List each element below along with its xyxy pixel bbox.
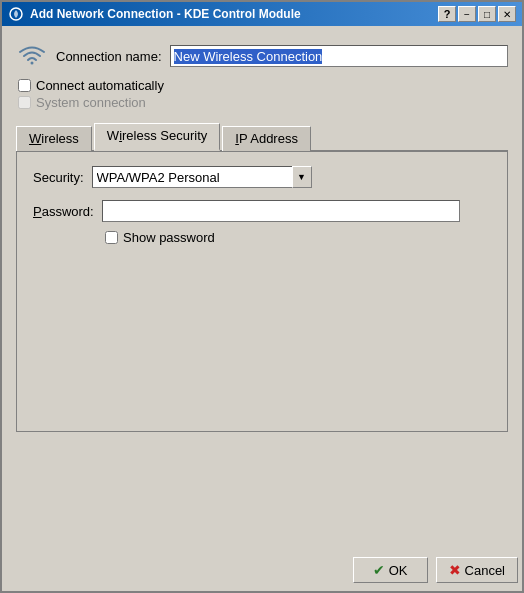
- maximize-button[interactable]: □: [478, 6, 496, 22]
- tab-wireless-security[interactable]: Wireless Security: [94, 123, 220, 151]
- tabs-row: Wireless Wireless Security IP Address: [16, 122, 508, 152]
- wifi-svg: [18, 45, 46, 67]
- ok-label: OK: [389, 563, 408, 578]
- tab-ip-address[interactable]: IP Address: [222, 126, 311, 151]
- connection-name-label: Connection name:: [56, 49, 162, 64]
- system-connection-label: System connection: [36, 95, 146, 110]
- ok-button[interactable]: ✔ OK: [353, 557, 428, 583]
- cancel-button[interactable]: ✖ Cancel: [436, 557, 518, 583]
- main-window: Add Network Connection - KDE Control Mod…: [0, 0, 524, 593]
- titlebar-left: Add Network Connection - KDE Control Mod…: [8, 6, 301, 22]
- show-password-row: Show password: [105, 230, 491, 245]
- help-button[interactable]: ?: [438, 6, 456, 22]
- show-password-checkbox[interactable]: [105, 231, 118, 244]
- connect-auto-checkbox[interactable]: [18, 79, 31, 92]
- tab-wireless[interactable]: Wireless: [16, 126, 92, 151]
- cancel-icon: ✖: [449, 562, 461, 578]
- password-input[interactable]: [102, 200, 460, 222]
- tab-wireless-label: Wireless: [29, 131, 79, 146]
- button-row: ✔ OK ✖ Cancel: [2, 549, 522, 591]
- cancel-label: Cancel: [465, 563, 505, 578]
- ok-icon: ✔: [373, 562, 385, 578]
- system-connection-checkbox: [18, 96, 31, 109]
- security-row: Security: None WEP WPA/WPA2 Personal WPA…: [33, 166, 491, 188]
- password-label: Password:: [33, 204, 94, 219]
- connect-auto-label[interactable]: Connect automatically: [36, 78, 164, 93]
- connection-name-input[interactable]: [170, 45, 508, 67]
- tab-ip-address-label: IP Address: [235, 131, 298, 146]
- tab-content: Security: None WEP WPA/WPA2 Personal WPA…: [16, 152, 508, 432]
- minimize-button[interactable]: −: [458, 6, 476, 22]
- content-area: Connection name: Connect automatically S…: [2, 26, 522, 549]
- close-button[interactable]: ✕: [498, 6, 516, 22]
- tab-wireless-security-label: Wireless Security: [107, 128, 207, 143]
- security-select-wrapper: None WEP WPA/WPA2 Personal WPA/WPA2 Ente…: [92, 166, 312, 188]
- show-password-label[interactable]: Show password: [123, 230, 215, 245]
- titlebar: Add Network Connection - KDE Control Mod…: [2, 2, 522, 26]
- spacer: [16, 440, 508, 537]
- security-label: Security:: [33, 170, 84, 185]
- security-select[interactable]: None WEP WPA/WPA2 Personal WPA/WPA2 Ente…: [92, 166, 312, 188]
- titlebar-buttons: ? − □ ✕: [438, 6, 516, 22]
- app-icon: [8, 6, 24, 22]
- wifi-icon: [16, 42, 48, 70]
- checkboxes-area: Connect automatically System connection: [16, 78, 508, 110]
- tabs-area: Wireless Wireless Security IP Address Se…: [16, 122, 508, 432]
- connect-auto-row: Connect automatically: [18, 78, 508, 93]
- connection-name-row: Connection name:: [16, 42, 508, 70]
- window-title: Add Network Connection - KDE Control Mod…: [30, 7, 301, 21]
- password-row: Password:: [33, 200, 491, 222]
- system-connection-row: System connection: [18, 95, 508, 110]
